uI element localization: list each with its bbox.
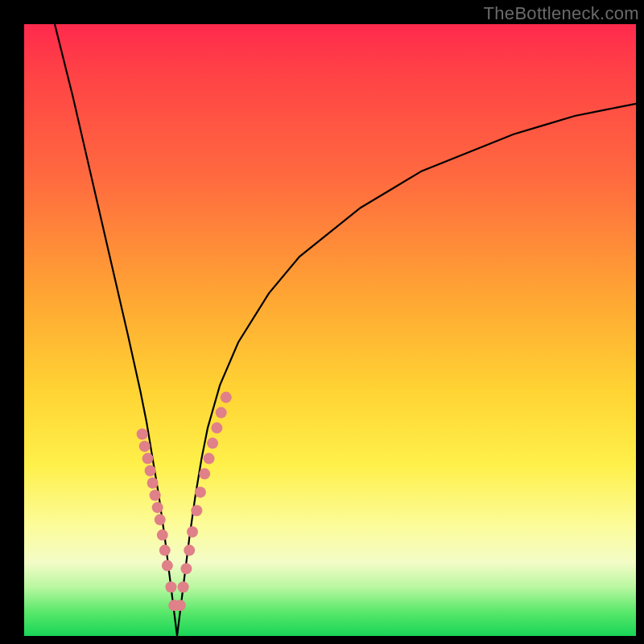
chart-frame: TheBottleneck.com xyxy=(0,0,644,644)
plot-area xyxy=(24,24,636,636)
marker-dot xyxy=(175,600,186,611)
marker-dot xyxy=(137,428,148,440)
marker-dot xyxy=(162,560,173,572)
marker-dot xyxy=(150,489,161,501)
marker-dot xyxy=(184,545,195,556)
marker-dot xyxy=(204,453,215,464)
marker-dot xyxy=(142,453,154,464)
marker-dot xyxy=(180,563,192,574)
marker-dot xyxy=(152,502,163,513)
watermark-text: TheBottleneck.com xyxy=(484,3,639,24)
marker-dot xyxy=(157,530,168,541)
marker-dot xyxy=(147,477,159,489)
marker-dot xyxy=(155,514,166,526)
marker-dot xyxy=(139,440,151,452)
marker-dot xyxy=(191,505,202,516)
marker-dot xyxy=(178,581,189,592)
marker-dot xyxy=(159,545,171,556)
marker-dot xyxy=(199,469,210,480)
marker-dot xyxy=(195,486,206,497)
marker-dot xyxy=(165,581,176,592)
marker-dot xyxy=(187,526,198,538)
marker-dot xyxy=(216,407,227,419)
bottleneck-curve xyxy=(55,24,636,636)
marker-dot xyxy=(145,465,156,477)
marker-dot xyxy=(207,438,218,449)
marker-dot xyxy=(221,392,232,403)
curve-svg xyxy=(24,24,636,636)
marker-dot xyxy=(211,423,222,434)
